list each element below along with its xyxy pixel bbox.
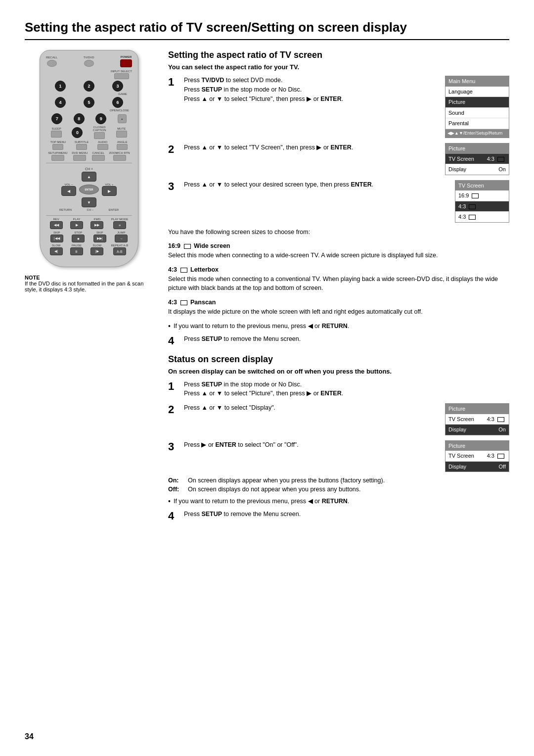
on-text: On screen displays appear when you press… <box>188 477 385 484</box>
step-4-aspect: 4 Press SETUP to remove the Menu screen. <box>168 334 509 346</box>
status-step-2: 2 Press ▲ or ▼ to select "Display". Pict… <box>168 403 509 435</box>
status-menu-3-header: Picture <box>445 441 509 451</box>
status-title: Status on screen display <box>168 354 509 365</box>
step-4-aspect-number: 4 <box>168 335 179 346</box>
aspect-ratio-title: Setting the aspect ratio of TV screen <box>168 50 509 60</box>
menu-2-tvscreen: TV Screen4:3 <box>445 154 509 165</box>
step-3-text: Press ▲ or ▼ to select your desired scre… <box>184 180 450 189</box>
status-step-4: 4 Press SETUP to remove the Menu screen. <box>168 510 509 521</box>
step-2-text: Press ▲ or ▼ to select "TV Screen", then… <box>184 143 440 152</box>
status-section: Status on screen display On screen displ… <box>168 354 509 522</box>
on-label: On: <box>168 477 183 484</box>
option-43-letterbox-desc: Select this mode when connecting to a co… <box>168 275 509 293</box>
menu-3-169: 16:9 <box>455 190 509 201</box>
step-2-menu: Picture TV Screen4:3 DisplayOn <box>445 143 509 175</box>
status-menu-2-display: DisplayOn <box>445 425 509 435</box>
option-43-panscan: 4:3 Panscan It displays the wide picture… <box>168 298 509 317</box>
right-column: Setting the aspect ratio of TV screen Yo… <box>168 50 509 526</box>
remote-illustration: RECALL TV/DVD POWER <box>25 50 153 267</box>
menu-3-header: TV Screen <box>455 181 509 191</box>
menu-1-item-parental: Parental <box>445 118 509 129</box>
menu-2-header: Picture <box>445 143 509 154</box>
option-169: 16:9 Wide screen Select this mode when c… <box>168 241 509 260</box>
off-text: On screen displays do not appear when yo… <box>188 486 361 493</box>
status-step-1-number: 1 <box>168 381 179 392</box>
option-43-letterbox: 4:3 Letterbox Select this mode when conn… <box>168 265 509 293</box>
status-step-1: 1 Press SETUP in the stop mode or No Dis… <box>168 380 509 399</box>
step-1: 1 Press TV/DVD to select DVD mode. Press… <box>168 76 509 138</box>
step-2: 2 Press ▲ or ▼ to select "TV Screen", th… <box>168 143 509 175</box>
page-title: Setting the aspect ratio of TV screen/Se… <box>25 20 509 40</box>
status-return-note: • If you want to return to the previous … <box>168 497 509 507</box>
menu-1-footer: ◀▶▲▼/Enter/Setup/Return <box>445 129 509 138</box>
on-description: On: On screen displays appear when you p… <box>168 477 509 484</box>
status-step-2-menu: Picture TV Screen4:3 DisplayOn <box>445 403 509 435</box>
remote-control: RECALL TV/DVD POWER <box>40 50 138 267</box>
option-43-panscan-desc: It displays the wide picture on the whol… <box>168 307 509 317</box>
menu-1-item-picture: Picture <box>445 97 509 108</box>
step-1-text: Press TV/DVD to select DVD mode. Press S… <box>184 76 440 103</box>
status-menu-3-tvscreen: TV Screen4:3 <box>445 451 509 462</box>
status-step-2-number: 2 <box>168 404 179 415</box>
status-step-3-menu: Picture TV Screen4:3 DisplayOff <box>445 440 509 472</box>
aspect-ratio-section: Setting the aspect ratio of TV screen Yo… <box>168 50 509 346</box>
menu-2-display: DisplayOn <box>445 164 509 175</box>
step-2-number: 2 <box>168 144 179 155</box>
page-number: 34 <box>25 732 34 741</box>
menu-1-item-language: Language <box>445 87 509 97</box>
step-1-number: 1 <box>168 77 179 88</box>
option-169-desc: Select this mode when connecting to a wi… <box>168 251 509 260</box>
menu-1-header: Main Menu <box>445 76 509 87</box>
note-text: If the DVD disc is not formatted in the … <box>25 281 153 292</box>
status-step-1-text: Press SETUP in the stop mode or No Disc.… <box>184 380 509 399</box>
status-subtitle: On screen display can be switched on or … <box>168 368 509 375</box>
note-title: NOTE <box>25 275 40 281</box>
status-step-4-text: Press SETUP to remove the Menu screen. <box>184 510 509 519</box>
status-menu-2-tvscreen: TV Screen4:3 <box>445 414 509 425</box>
left-column: RECALL TV/DVD POWER <box>25 50 153 526</box>
status-step-3-number: 3 <box>168 441 179 452</box>
menu-1-item-sound: Sound <box>445 108 509 119</box>
status-step-2-text: Press ▲ or ▼ to select "Display". <box>184 403 440 413</box>
step-3-number: 3 <box>168 181 179 192</box>
status-step-3: 3 Press ▶ or ENTER to select "On" or "Of… <box>168 440 509 472</box>
off-label: Off: <box>168 486 183 493</box>
step-4-aspect-text: Press SETUP to remove the Menu screen. <box>184 334 509 344</box>
status-menu-3-display: DisplayOff <box>445 462 509 472</box>
menu-3-43-letterbox: 4:3 <box>455 201 509 212</box>
aspect-ratio-subtitle: You can select the aspect ratio for your… <box>168 63 509 71</box>
menu-3-43-panscan: 4:3 <box>455 212 509 222</box>
note-section: NOTE If the DVD disc is not formatted in… <box>25 275 153 292</box>
step-1-menu: Main Menu Language Picture Sound Parenta… <box>445 76 509 138</box>
status-menu-2-header: Picture <box>445 404 509 414</box>
step-3-menu: TV Screen 16:9 4:3 4:3 <box>455 180 509 223</box>
status-step-3-text: Press ▶ or ENTER to select "On" or "Off"… <box>184 440 440 450</box>
choose-text: You have the following screen sizes to c… <box>168 228 509 237</box>
step-3: 3 Press ▲ or ▼ to select your desired sc… <box>168 180 509 223</box>
off-description: Off: On screen displays do not appear wh… <box>168 486 509 493</box>
status-step-4-number: 4 <box>168 511 179 521</box>
aspect-return-note: • If you want to return to the previous … <box>168 322 509 331</box>
